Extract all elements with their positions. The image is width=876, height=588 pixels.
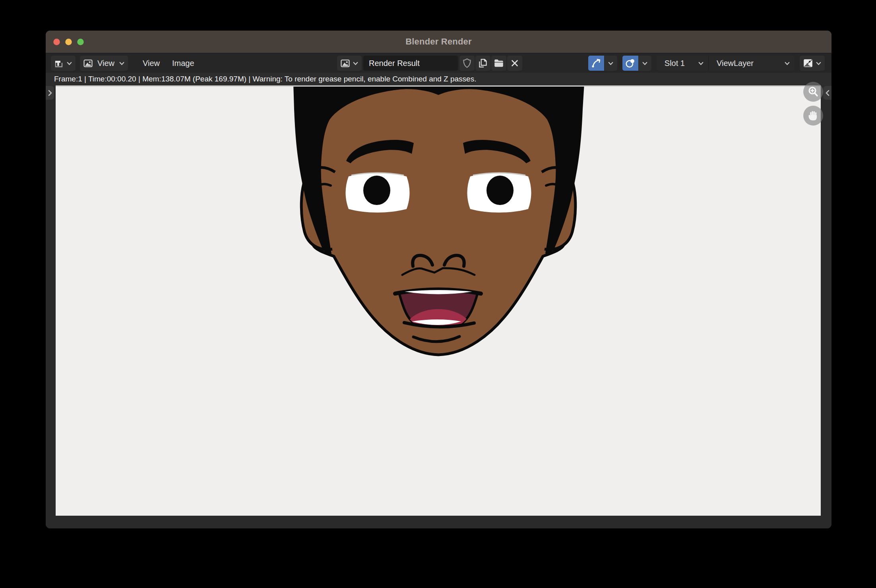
shield-icon <box>461 58 473 69</box>
hand-icon <box>807 109 820 122</box>
header-toolbar: View View Image Render Result <box>46 53 831 73</box>
gizmo-arrow-icon <box>591 58 602 69</box>
gizmos-toggle-group <box>588 56 617 71</box>
overlays-toggle-group <box>622 56 651 71</box>
viewport-zoom-button[interactable] <box>803 82 823 102</box>
magnifier-plus-icon <box>807 85 820 98</box>
new-image-button[interactable] <box>475 56 490 71</box>
browse-image-dropdown[interactable] <box>337 56 362 71</box>
image-icon <box>340 58 351 69</box>
chevron-down-icon <box>352 60 359 67</box>
editor-type-dropdown[interactable] <box>51 56 76 71</box>
render-result-canvas[interactable] <box>56 85 821 516</box>
close-button[interactable] <box>53 39 60 45</box>
menu-view[interactable]: View <box>139 59 164 68</box>
image-icon <box>83 58 93 69</box>
viewport-pan-button[interactable] <box>803 106 823 126</box>
display-channels-dropdown[interactable] <box>800 56 825 71</box>
chevron-down-icon <box>66 60 73 67</box>
window-title: Blender Render <box>405 37 472 47</box>
expand-sidebar-tab[interactable] <box>823 86 831 100</box>
left-pupil <box>363 176 390 205</box>
expand-toolbar-tab[interactable] <box>46 86 54 100</box>
chevron-right-icon <box>47 89 53 97</box>
gizmos-dropdown[interactable] <box>605 56 617 71</box>
chevron-down-icon <box>641 60 648 67</box>
view-layer-select[interactable]: ViewLayer <box>708 56 795 71</box>
overlays-dropdown[interactable] <box>639 56 651 71</box>
blender-window: Blender Render View <box>46 31 831 528</box>
right-eye <box>467 173 531 213</box>
slot-value: Slot 1 <box>662 59 687 68</box>
right-pupil <box>486 176 514 205</box>
image-name-field[interactable]: Render Result <box>363 56 458 71</box>
overlays-icon <box>625 58 636 69</box>
chevron-down-icon <box>698 60 704 67</box>
x-icon <box>510 58 520 68</box>
chevron-left-icon <box>825 89 830 97</box>
folder-icon <box>493 58 504 69</box>
render-statusbar: Frame:1 | Time:00:00.20 | Mem:138.07M (P… <box>46 73 831 85</box>
image-rgb-icon <box>802 58 814 69</box>
slot-layer-group: Slot 1 ViewLayer <box>657 56 795 71</box>
left-eye <box>346 173 410 213</box>
chevron-down-icon <box>784 60 791 67</box>
zoom-button[interactable] <box>77 39 84 45</box>
gizmos-toggle[interactable] <box>588 56 604 71</box>
minimize-button[interactable] <box>65 39 72 45</box>
display-mode-label: View <box>95 59 117 68</box>
traffic-lights <box>53 31 84 53</box>
chevron-down-icon <box>815 60 822 67</box>
overlays-toggle[interactable] <box>622 56 638 71</box>
slot-select[interactable]: Slot 1 <box>657 56 708 71</box>
chevron-down-icon <box>607 60 614 67</box>
render-status-text: Frame:1 | Time:00:00.20 | Mem:138.07M (P… <box>54 75 476 83</box>
display-mode-dropdown[interactable]: View <box>80 56 128 71</box>
view-layer-value: ViewLayer <box>714 59 756 68</box>
rendered-face-image <box>56 85 821 516</box>
chevron-down-icon <box>118 60 125 67</box>
duplicate-icon <box>477 58 488 69</box>
fake-user-button[interactable] <box>459 56 475 71</box>
titlebar: Blender Render <box>46 31 831 53</box>
menu-image[interactable]: Image <box>168 59 198 68</box>
unlink-image-button[interactable] <box>507 56 522 71</box>
image-editor-icon <box>54 58 64 69</box>
open-image-button[interactable] <box>491 56 506 71</box>
image-editor-viewport <box>46 85 831 528</box>
